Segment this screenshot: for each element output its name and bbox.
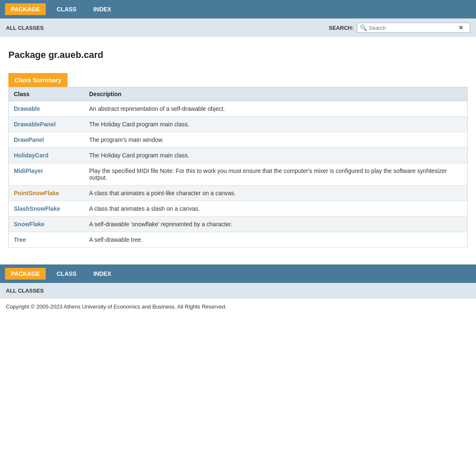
class-table: Class Description DrawableAn abstract re… (8, 87, 468, 248)
table-row: DrawPanelThe program's main window. (9, 132, 468, 148)
search-label: SEARCH: (329, 25, 354, 31)
package-nav-button[interactable]: PACKAGE (5, 3, 46, 15)
table-row: DrawablePanelThe Holiday Card program ma… (9, 117, 468, 132)
class-description-cell: The Holiday Card program main class. (84, 117, 468, 132)
bottom-class-nav-button[interactable]: CLASS (51, 268, 82, 280)
table-header-row: Class Description (9, 87, 468, 101)
search-area: SEARCH: 🔍 ✕ (329, 23, 470, 33)
table-row: HolidayCardThe Holiday Card program main… (9, 148, 468, 163)
class-name-cell: SlashSnowFlake (9, 201, 84, 217)
table-row: MidiPlayerPlay the specified MIDI file N… (9, 163, 468, 186)
class-link[interactable]: Drawable (14, 105, 40, 112)
search-icon: 🔍 (360, 24, 367, 31)
search-input-wrap: 🔍 ✕ (357, 23, 470, 33)
class-summary-header: Class Summary (8, 73, 68, 87)
all-classes-label: ALL CLASSES (6, 25, 44, 31)
search-clear-icon[interactable]: ✕ (458, 24, 463, 31)
class-description-cell: An abstract representation of a self-dra… (84, 101, 468, 117)
bottom-index-nav-button[interactable]: INDEX (87, 268, 117, 280)
class-name-cell: SnowFlake (9, 217, 84, 232)
bottom-nav-bar: PACKAGE CLASS INDEX (0, 264, 476, 283)
table-row: PointSnowFlakeA class that animates a po… (9, 186, 468, 201)
table-row: TreeA self-drawable tree. (9, 232, 468, 248)
class-link[interactable]: SnowFlake (14, 221, 44, 228)
bottom-package-nav-button[interactable]: PACKAGE (5, 268, 46, 280)
main-content: Package gr.aueb.card Class Summary Class… (0, 37, 476, 264)
class-description-cell: The program's main window. (84, 132, 468, 148)
class-description-cell: A class that animates a point-like chara… (84, 186, 468, 201)
class-link[interactable]: PointSnowFlake (14, 190, 59, 196)
class-link[interactable]: DrawablePanel (14, 121, 56, 128)
class-description-cell: A self-drawable tree. (84, 232, 468, 248)
class-description-cell: The Holiday Card program main class. (84, 148, 468, 163)
top-nav-bar: PACKAGE CLASS INDEX (0, 0, 476, 18)
class-column-header: Class (9, 87, 84, 101)
class-name-cell: HolidayCard (9, 148, 84, 163)
class-name-cell: MidiPlayer (9, 163, 84, 186)
class-description-cell: Play the specified MIDI file Note: For t… (84, 163, 468, 186)
class-name-cell: Drawable (9, 101, 84, 117)
class-name-cell: DrawablePanel (9, 117, 84, 132)
class-summary-section: Class Summary Class Description Drawable… (8, 73, 468, 248)
class-nav-button[interactable]: CLASS (51, 3, 82, 15)
page-title: Package gr.aueb.card (8, 50, 468, 60)
index-nav-button[interactable]: INDEX (87, 3, 117, 15)
class-name-cell: PointSnowFlake (9, 186, 84, 201)
search-input[interactable] (369, 25, 457, 31)
class-name-cell: Tree (9, 232, 84, 248)
class-link[interactable]: MidiPlayer (14, 167, 43, 174)
bottom-sub-header: ALL CLASSES (0, 283, 476, 298)
class-link[interactable]: DrawPanel (14, 136, 44, 143)
class-link[interactable]: HolidayCard (14, 152, 48, 159)
table-row: SlashSnowFlakeA class that animates a sl… (9, 201, 468, 217)
copyright-text: Copyright © 2005-2023 Athens University … (6, 303, 226, 310)
class-description-cell: A class that animates a slash on a canva… (84, 201, 468, 217)
footer: Copyright © 2005-2023 Athens University … (0, 298, 476, 315)
table-row: SnowFlakeA self-drawable 'snowflake' rep… (9, 217, 468, 232)
class-link[interactable]: Tree (14, 236, 26, 243)
bottom-all-classes-label: ALL CLASSES (6, 288, 44, 294)
sub-header-bar: ALL CLASSES SEARCH: 🔍 ✕ (0, 18, 476, 37)
table-row: DrawableAn abstract representation of a … (9, 101, 468, 117)
description-column-header: Description (84, 87, 468, 101)
class-name-cell: DrawPanel (9, 132, 84, 148)
class-link[interactable]: SlashSnowFlake (14, 205, 60, 212)
class-description-cell: A self-drawable 'snowflake' represented … (84, 217, 468, 232)
